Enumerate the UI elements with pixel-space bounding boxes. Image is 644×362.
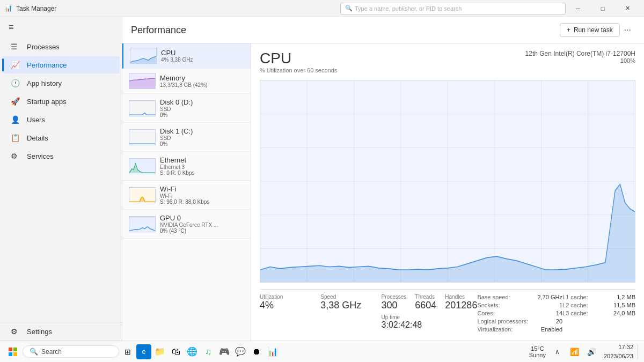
memory-resource-name: Memory (160, 74, 244, 82)
disk1-resource-name: Disk 1 (C:) (160, 127, 244, 135)
sidebar-item-services-label: Services (27, 152, 54, 160)
resource-item-ethernet[interactable]: Ethernet Ethernet 3 S: 0 R: 0 Kbps (122, 152, 251, 181)
wifi-resource-usage: S: 96,0 R: 88,0 Kbps (160, 199, 244, 205)
sockets-label: Sockets: (477, 302, 500, 308)
memory-resource-info: Memory 13,3/31,8 GB (42%) (160, 74, 244, 88)
search-placeholder: Type a name, publisher, or PID to search (355, 5, 462, 12)
l2-value: 11,5 MB (613, 302, 635, 308)
threads-label: Threads (415, 294, 436, 300)
cpu-resource-info: CPU 4% 3,38 GHz (161, 49, 244, 63)
search-bar[interactable]: 🔍 Type a name, publisher, or PID to sear… (340, 3, 566, 14)
disk0-mini-graph (129, 100, 156, 116)
titlebar: 📊 Task Manager 🔍 Type a name, publisher,… (0, 0, 644, 17)
details-icon: 📋 (11, 134, 21, 142)
disk0-resource-info: Disk 0 (D:) SSD 0% (160, 98, 244, 118)
virtualization-row: Virtualization: Enabled (477, 326, 562, 333)
stat-group-utilization: Utilization 4% (260, 294, 320, 334)
taskbar-spotify-icon[interactable]: ♫ (201, 344, 216, 359)
l1-row: L1 cache: 1,2 MB (562, 294, 635, 300)
sidebar-item-app-history[interactable]: 🕐 App history (2, 75, 120, 92)
maximize-button[interactable]: □ (590, 0, 615, 17)
detail-model-container: 12th Gen Intel(R) Core(TM) i7-12700H 100… (525, 50, 635, 64)
sidebar-item-users[interactable]: 👤 Users (2, 111, 120, 128)
cpu-mini-graph (130, 48, 157, 64)
ethernet-resource-sub: Ethernet 3 (160, 164, 244, 170)
resource-item-memory[interactable]: Memory 13,3/31,8 GB (42%) (122, 69, 251, 94)
taskbar-search[interactable]: 🔍 Search (23, 345, 119, 358)
content-title: Performance (131, 25, 560, 36)
start-button[interactable] (4, 343, 21, 360)
taskbar-chrome-icon[interactable]: 🌐 (185, 344, 200, 359)
resource-item-gpu0[interactable]: GPU 0 NVIDIA GeForce RTX ... 0% (43 °C) (122, 210, 251, 239)
resource-item-disk0[interactable]: Disk 0 (D:) SSD 0% (122, 94, 251, 123)
base-speed-label: Base speed: (477, 294, 510, 300)
disk1-resource-sub: SSD (160, 135, 244, 141)
taskbar-discord-icon[interactable]: 💬 (233, 344, 248, 359)
sidebar-item-services[interactable]: ⚙ Services (2, 147, 120, 165)
taskview-button[interactable]: ⊞ (120, 344, 135, 359)
sidebar: ≡ ☰ Processes 📈 Performance 🕐 App histor… (0, 17, 122, 341)
content-body: CPU 4% 3,38 GHz Memory 13,3/31,8 GB ( (122, 43, 644, 341)
cpu-resource-sub: 4% 3,38 GHz (161, 57, 244, 63)
processes-icon: ☰ (11, 42, 21, 51)
l3-label: L3 cache: (562, 310, 588, 316)
close-button[interactable]: ✕ (615, 0, 640, 17)
disk0-resource-sub: SSD (160, 106, 244, 112)
l2-label: L2 cache: (562, 302, 588, 308)
show-desktop-button[interactable] (638, 344, 640, 359)
disk1-mini-graph (129, 129, 156, 145)
utilization-value: 4% (260, 300, 320, 311)
tray-overflow-button[interactable]: ∧ (550, 344, 565, 359)
uptime-value: 3:02:42:48 (382, 320, 478, 330)
taskbar-steam-icon[interactable]: 🎮 (217, 344, 232, 359)
weather-desc: Sunny (529, 352, 546, 358)
taskbar-obs-icon[interactable]: ⏺ (249, 344, 264, 359)
sidebar-item-performance[interactable]: 📈 Performance (2, 56, 120, 73)
minimize-button[interactable]: ─ (566, 0, 590, 17)
speed-label: Speed (320, 294, 381, 300)
svg-rect-18 (13, 348, 17, 351)
network-icon[interactable]: 📶 (567, 344, 582, 359)
users-icon: 👤 (11, 115, 21, 124)
cores-row: Cores: 14 (477, 310, 562, 316)
taskbar-clock[interactable]: 17:32 2023/06/23 (602, 343, 635, 360)
cpu-graph (260, 80, 635, 283)
ethernet-mini-graph (129, 158, 156, 174)
cores-value: 14 (556, 310, 562, 316)
l3-value: 24,0 MB (613, 310, 635, 316)
resource-item-disk1[interactable]: Disk 1 (C:) SSD 0% (122, 123, 251, 152)
taskbar-edge-icon[interactable]: e (136, 344, 151, 359)
run-new-task-button[interactable]: + Run new task (560, 23, 620, 37)
disk0-resource-usage: 0% (160, 112, 244, 118)
handles-stat: Handles 201286 (445, 294, 477, 311)
logical-row: Logical processors: 20 (477, 318, 562, 324)
sidebar-item-startup-apps[interactable]: 🚀 Startup apps (2, 93, 120, 110)
sidebar-item-processes[interactable]: ☰ Processes (2, 38, 120, 55)
more-options-button[interactable]: ··· (620, 23, 635, 38)
app-title: Task Manager (16, 5, 340, 12)
disk1-resource-info: Disk 1 (C:) SSD 0% (160, 127, 244, 147)
taskbar-store-icon[interactable]: 🛍 (169, 344, 184, 359)
svg-rect-19 (9, 352, 12, 356)
volume-icon[interactable]: 🔊 (584, 344, 599, 359)
stat-group-specs: Base speed: 2,70 GHz Sockets: 1 Cores: 1… (477, 294, 562, 334)
gpu0-mini-graph (129, 216, 156, 232)
resource-item-cpu[interactable]: CPU 4% 3,38 GHz (122, 43, 251, 69)
handles-value: 201286 (445, 300, 477, 311)
taskbar-search-icon: 🔍 (30, 348, 38, 356)
stat-group-cache: L1 cache: 1,2 MB L2 cache: 11,5 MB L3 ca… (562, 294, 635, 334)
app-icon: 📊 (4, 4, 13, 13)
resource-item-wifi[interactable]: Wi-Fi Wi-Fi S: 96,0 R: 88,0 Kbps (122, 181, 251, 210)
settings-icon: ⚙ (11, 327, 21, 336)
virtualization-label: Virtualization: (477, 326, 513, 333)
taskbar-files-icon[interactable]: 📁 (152, 344, 167, 359)
base-speed-value: 2,70 GHz (538, 294, 562, 300)
taskbar-app7-icon[interactable]: 📊 (265, 344, 280, 359)
sidebar-item-settings[interactable]: ⚙ Settings (2, 323, 120, 340)
hamburger-button[interactable]: ≡ (0, 17, 122, 38)
sidebar-item-details[interactable]: 📋 Details (2, 129, 120, 146)
virtualization-value: Enabled (541, 326, 562, 333)
weather-widget: 15°C Sunny (529, 345, 546, 358)
memory-resource-sub: 13,3/31,8 GB (42%) (160, 82, 244, 88)
detail-panel: CPU % Utilization over 60 seconds 12th G… (251, 43, 644, 341)
